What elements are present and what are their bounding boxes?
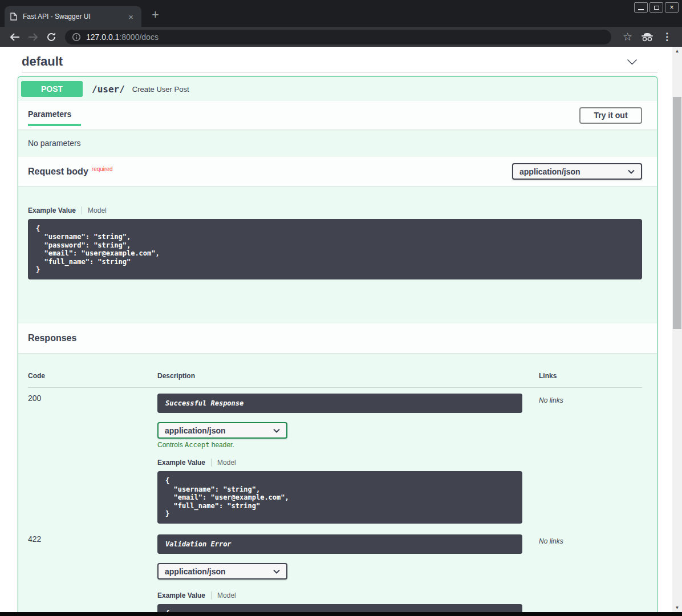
response-description-cell: Validation Error application/json Exampl… bbox=[157, 534, 539, 612]
page-content: default POST /user/ Create User Post Par… bbox=[0, 47, 672, 612]
minimize-button[interactable] bbox=[634, 2, 648, 13]
response-content-type-value: application/json bbox=[165, 567, 226, 576]
tab-strip: Fast API - Swagger UI × + × bbox=[0, 0, 682, 27]
tab-close-icon[interactable]: × bbox=[126, 12, 136, 22]
try-it-out-button[interactable]: Try it out bbox=[579, 107, 642, 124]
column-description: Description bbox=[157, 372, 539, 380]
response-links: No links bbox=[539, 394, 642, 524]
example-model-tabs: Example Value Model bbox=[157, 591, 539, 599]
response-content-type-select[interactable]: application/json bbox=[157, 422, 287, 439]
tag-title: default bbox=[22, 54, 63, 69]
tab-parameters: Parameters bbox=[28, 101, 81, 126]
response-content-type-value: application/json bbox=[165, 426, 226, 435]
operation-header[interactable]: POST /user/ Create User Post bbox=[18, 77, 657, 101]
parameters-header: Parameters Try it out bbox=[18, 101, 657, 129]
back-arrow-icon bbox=[9, 33, 21, 42]
column-links: Links bbox=[539, 372, 642, 380]
window-controls: × bbox=[634, 2, 679, 13]
tab-example-value[interactable]: Example Value bbox=[157, 591, 211, 599]
toolbar-right: ☆ ⋮ bbox=[619, 29, 676, 45]
response-code: 422 bbox=[28, 534, 157, 612]
response-code: 200 bbox=[28, 394, 157, 524]
example-model-tabs: Example Value Model bbox=[157, 459, 539, 467]
response-content-type-select[interactable]: application/json bbox=[157, 563, 287, 579]
responses-table: Code Description Links 200 Successful Re… bbox=[18, 353, 657, 612]
url-text: 127.0.0.1:8000/docs bbox=[86, 33, 159, 42]
page-scrollbar[interactable]: ▲ ▼ bbox=[672, 47, 682, 612]
active-tab-underline bbox=[28, 124, 81, 126]
request-content-type-value: application/json bbox=[519, 167, 580, 176]
chevron-down-icon bbox=[273, 569, 280, 574]
request-example-code: { "username": "string", "password": "str… bbox=[28, 219, 642, 279]
reload-icon bbox=[46, 32, 56, 42]
forward-arrow-icon bbox=[27, 33, 39, 42]
incognito-glyph-icon bbox=[641, 33, 653, 42]
request-body-header: Request body required application/json bbox=[18, 157, 657, 186]
chevron-down-icon bbox=[273, 428, 280, 433]
page-favicon-icon bbox=[10, 13, 17, 21]
tab-model[interactable]: Model bbox=[211, 459, 236, 467]
chevron-down-icon[interactable] bbox=[627, 59, 638, 65]
tab-title: Fast API - Swagger UI bbox=[23, 13, 126, 21]
responses-label: Responses bbox=[28, 333, 76, 343]
request-body-label: Request body bbox=[28, 167, 88, 177]
browser-window: Fast API - Swagger UI × + × bbox=[0, 0, 682, 616]
response-example-code: { "username": "string", "email": "user@e… bbox=[157, 471, 522, 524]
request-content-type-select[interactable]: application/json bbox=[512, 163, 642, 180]
url-path: :8000/docs bbox=[119, 33, 159, 42]
column-code: Code bbox=[28, 372, 157, 380]
back-button[interactable] bbox=[6, 29, 24, 45]
window-bottom-edge bbox=[0, 612, 682, 616]
url-bar[interactable]: 127.0.0.1:8000/docs bbox=[65, 30, 611, 44]
response-links: No links bbox=[539, 534, 642, 612]
scrollbar-thumb[interactable] bbox=[673, 97, 681, 329]
request-body-title-group: Request body required bbox=[28, 167, 113, 177]
operation-path: /user/ bbox=[92, 84, 125, 95]
response-row-422: 422 Validation Error application/json Ex… bbox=[28, 529, 642, 612]
close-button[interactable]: × bbox=[665, 2, 679, 13]
hint-code: Accept bbox=[185, 441, 209, 449]
browser-tab[interactable]: Fast API - Swagger UI × bbox=[5, 6, 141, 27]
response-description-cell: Successful Response application/json Con… bbox=[157, 394, 539, 524]
tab-model[interactable]: Model bbox=[211, 591, 236, 599]
site-info-icon[interactable] bbox=[72, 33, 81, 42]
response-row-200: 200 Successful Response application/json… bbox=[28, 388, 642, 524]
tab-example-value[interactable]: Example Value bbox=[157, 459, 211, 467]
bookmark-star-icon[interactable]: ☆ bbox=[619, 30, 636, 43]
operation-block-post-user: POST /user/ Create User Post Parameters … bbox=[18, 76, 657, 612]
hint-prefix: Controls bbox=[157, 441, 185, 449]
browser-menu-icon[interactable]: ⋮ bbox=[659, 31, 676, 43]
operation-summary: Create User Post bbox=[132, 85, 189, 94]
response-example-code: { "detail": [ { "loc": [ bbox=[157, 604, 522, 612]
example-model-tabs: Example Value Model bbox=[28, 206, 642, 214]
tag-section-header[interactable]: default bbox=[22, 51, 653, 72]
parameters-label: Parameters bbox=[28, 110, 71, 119]
response-description: Successful Response bbox=[157, 394, 522, 413]
scroll-down-arrow[interactable]: ▼ bbox=[672, 603, 682, 612]
accept-header-hint: Controls Accept header. bbox=[157, 441, 539, 449]
browser-toolbar: 127.0.0.1:8000/docs ☆ ⋮ bbox=[0, 27, 682, 47]
maximize-button[interactable] bbox=[649, 2, 663, 13]
method-badge: POST bbox=[21, 81, 83, 97]
tag-divider bbox=[22, 72, 657, 72]
responses-header: Responses bbox=[18, 323, 657, 353]
spacer bbox=[28, 279, 642, 323]
responses-table-head: Code Description Links bbox=[28, 372, 642, 388]
response-description: Validation Error bbox=[157, 534, 522, 554]
tab-example-value[interactable]: Example Value bbox=[28, 206, 82, 214]
maximize-icon bbox=[654, 6, 659, 10]
scroll-up-arrow[interactable]: ▲ bbox=[672, 47, 682, 55]
chevron-down-icon bbox=[628, 169, 635, 174]
request-body-content: Example Value Model { "username": "strin… bbox=[18, 186, 657, 323]
new-tab-button[interactable]: + bbox=[148, 7, 163, 22]
swagger-ui: default POST /user/ Create User Post Par… bbox=[0, 47, 672, 612]
url-host: 127.0.0.1 bbox=[86, 33, 119, 42]
incognito-icon bbox=[638, 29, 656, 45]
tab-model[interactable]: Model bbox=[82, 206, 107, 214]
hint-suffix: header. bbox=[209, 441, 234, 449]
required-badge: required bbox=[92, 166, 113, 172]
no-parameters-message: No parameters bbox=[18, 129, 657, 157]
reload-button[interactable] bbox=[42, 29, 60, 45]
forward-button[interactable] bbox=[24, 29, 42, 45]
minimize-icon bbox=[638, 9, 644, 10]
